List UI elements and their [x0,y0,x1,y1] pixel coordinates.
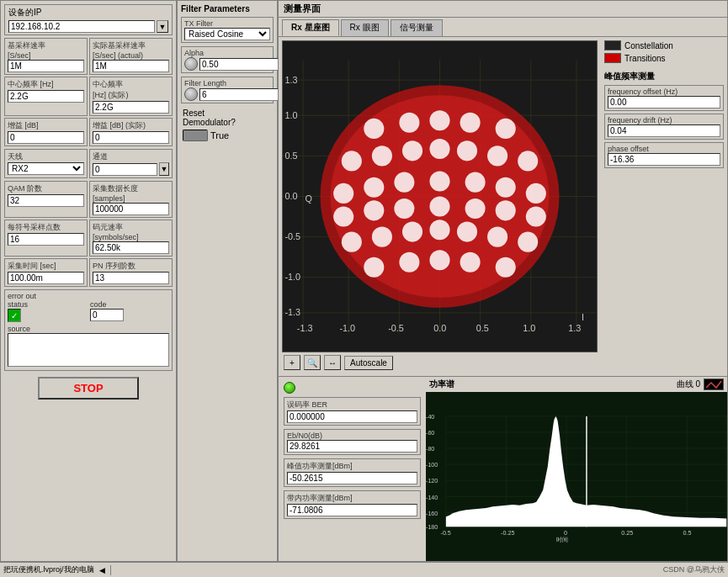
tx-filter-label: TX Filter [184,19,270,28]
actual-sample-rate-label1: 实际基采样速率 [93,40,169,51]
svg-point-28 [518,151,538,171]
left-panel: 设备的IP ▼ 基采样速率 [S/sec] 实际基采样速率 [S/sec] (a… [0,0,177,562]
svg-point-24 [402,140,422,161]
pn-order-label: PN 序列阶数 [93,261,169,272]
code-input[interactable] [90,309,124,321]
antenna-select[interactable]: RX2 [8,162,84,175]
samples-input[interactable] [93,203,169,215]
svg-text:0: 0 [564,530,567,537]
pn-order-input[interactable] [93,272,169,284]
reset-toggle[interactable] [183,130,208,141]
svg-point-54 [496,257,516,278]
freq-offset-group: frequency offset (Hz) [604,85,724,111]
main-container: 设备的IP ▼ 基采样速率 [S/sec] 实际基采样速率 [S/sec] (a… [0,0,728,577]
ip-input[interactable] [8,20,155,33]
channel-label: 通道 [93,151,169,162]
filter-length-label: Filter Length [184,79,270,87]
svg-text:1.3: 1.3 [568,323,581,333]
legend-constellation-item: Constellation [604,40,724,50]
center-freq-input[interactable] [8,90,84,103]
channel-group: 通道 ▼ [89,149,173,178]
source-textarea[interactable] [8,333,169,367]
ip-dropdown-btn[interactable]: ▼ [157,20,168,33]
tab-signal-measurement[interactable]: 信号测量 [391,19,443,36]
stop-button[interactable]: STOP [38,377,139,400]
svg-point-48 [487,227,507,247]
svg-text:-0.5: -0.5 [388,323,404,333]
filter-length-knob[interactable] [184,87,198,101]
base-sample-rate-input[interactable] [8,60,84,72]
peak-power-label: 峰值功率测量[dBm] [287,461,417,472]
band-power-input[interactable] [287,504,417,516]
ber-label: 误码率 BER [287,400,417,410]
svg-text:-100: -100 [426,462,438,468]
reset-label1: Reset [183,109,272,118]
freq-offset-value[interactable] [608,96,720,109]
svg-text:-1.0: -1.0 [284,272,300,282]
svg-point-25 [429,139,449,159]
svg-text:-1.3: -1.3 [297,323,313,333]
svg-point-31 [394,172,414,193]
eb-n0-input[interactable] [287,440,417,453]
svg-text:-120: -120 [426,478,438,484]
channel-input[interactable] [93,163,157,176]
tx-filter-select[interactable]: Raised Cosine [184,28,270,40]
eb-n0-label: Eb/N0(dB) [287,431,417,440]
zoom-btn[interactable]: 🔍 [304,355,321,370]
svg-point-37 [364,200,384,220]
tab-rx-constellation[interactable]: Rx 星座图 [282,19,339,36]
svg-point-43 [342,232,362,252]
error-out-label: error out [8,292,169,300]
channel-dropdown-btn[interactable]: ▼ [159,162,169,176]
svg-point-52 [429,250,449,270]
phase-offset-group: phase offset [604,142,724,168]
base-sample-rate-label1: 基采样速率 [8,40,84,51]
svg-text:-1.0: -1.0 [339,323,355,333]
svg-point-19 [429,110,449,130]
status-divider [110,565,111,575]
actual-sample-rate-input[interactable] [93,60,169,72]
alpha-knob[interactable] [184,57,198,71]
legend-constellation-box [604,40,621,50]
symbol-rate-input[interactable] [93,241,169,254]
peak-power-input[interactable] [287,472,417,484]
collect-time-input[interactable] [8,272,84,284]
samples-label1: 采集数据长度 [93,183,169,194]
svg-text:-0.25: -0.25 [501,530,514,537]
actual-sample-rate-label2: [S/sec] (actual) [93,51,169,60]
samples-per-sym-input[interactable] [8,233,84,246]
svg-point-18 [399,113,419,133]
svg-point-39 [429,197,449,217]
spectrum-plot: -40 -60 -80 -100 -120 -140 -160 -180 -0.… [426,392,727,561]
svg-point-20 [460,113,481,133]
filter-panel: Filter Parameters TX Filter Raised Cosin… [177,0,278,562]
gain-input[interactable] [8,131,84,144]
source-label: source [8,325,169,333]
freq-measurements: Constellation Transitions 峰值频率测量 frequen… [601,37,727,376]
antenna-label: 天线 [8,151,84,162]
autoscale-btn[interactable]: Autoscale [344,356,393,370]
svg-point-30 [364,177,384,198]
svg-text:0.0: 0.0 [433,323,446,333]
svg-point-36 [333,207,353,227]
tab-rx-eye[interactable]: Rx 眼图 [341,19,389,36]
freq-drift-value[interactable] [608,124,720,137]
qam-group: QAM 阶数 [4,181,88,218]
center-freq-actual-input[interactable] [93,101,169,114]
ber-input[interactable] [287,410,417,423]
antenna-channel-row: 天线 RX2 通道 ▼ [4,149,173,178]
svg-point-47 [457,222,477,242]
symbol-rate-group: 码元速率 [symbols/sec] [89,220,173,257]
zoom-in-btn[interactable]: + [284,355,300,370]
phase-offset-value[interactable] [608,153,720,166]
eb-n0-group: Eb/N0(dB) [284,429,421,455]
svg-point-35 [526,183,546,204]
pan-btn[interactable]: ↔ [324,355,341,370]
gain-actual-input[interactable] [93,131,169,144]
params-grid: 基采样速率 [S/sec] 实际基采样速率 [S/sec] (actual) 中… [4,38,173,146]
svg-text:-40: -40 [426,414,434,421]
svg-point-32 [429,171,449,191]
pn-order-group: PN 序列阶数 [89,258,173,287]
qam-input[interactable] [8,194,84,207]
device-ip-label: 设备的IP [8,7,168,19]
